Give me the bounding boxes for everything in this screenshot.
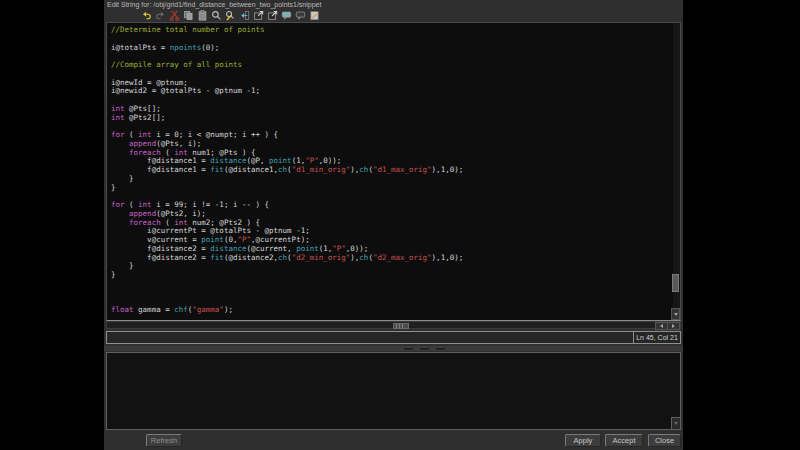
code-line: //Determine total number of points (111, 26, 463, 35)
code-line (111, 280, 463, 289)
external-editor-icon[interactable] (308, 9, 320, 21)
code-line: int @Pts2[]; (111, 114, 463, 123)
code-line: i@newid2 = @totalPts - @ptnum -1; (111, 87, 463, 96)
accept-button[interactable]: Accept (605, 434, 643, 447)
code-line (111, 96, 463, 105)
comment-icon[interactable] (280, 9, 292, 21)
secondary-scroll-down-button[interactable] (671, 417, 680, 429)
code-line: } (111, 262, 463, 271)
apply-button[interactable]: Apply (565, 434, 601, 447)
vertical-scrollbar-thumb[interactable] (672, 274, 679, 292)
close-button[interactable]: Close (648, 434, 681, 447)
code-line: f@distance2 = fit(@distance2,ch("d2_min_… (111, 254, 463, 263)
copy-icon[interactable] (182, 9, 194, 21)
splitter-grip (420, 348, 429, 350)
cursor-position: Ln 45, Col 21 (633, 332, 680, 343)
splitter-grip (404, 348, 413, 350)
code-line: i@totalPts = npoints(0); (111, 44, 463, 53)
triangle-right-icon (672, 324, 675, 328)
screen: Edit String for: /obj/grid1/find_distanc… (0, 0, 800, 450)
uncomment-icon[interactable] (294, 9, 306, 21)
redo-icon[interactable] (154, 9, 166, 21)
triangle-down-icon (674, 422, 678, 425)
title-bar: Edit String for: /obj/grid1/find_distanc… (104, 0, 683, 9)
code-line (111, 289, 463, 298)
triangle-down-icon (674, 313, 678, 316)
paste-icon[interactable] (196, 9, 208, 21)
code-line: } (111, 175, 463, 184)
code-content: //Determine total number of points i@tot… (111, 26, 463, 315)
shrink-window-icon[interactable] (266, 9, 278, 21)
cut-icon[interactable] (168, 9, 180, 21)
code-line: float gamma = chf("gamma"); (111, 306, 463, 315)
scroll-right-button[interactable] (667, 322, 680, 330)
code-line: //Compile array of all points (111, 61, 463, 70)
secondary-text-area[interactable] (106, 352, 681, 430)
vertical-scrollbar[interactable] (673, 23, 680, 320)
refresh-button[interactable]: Refresh (146, 434, 182, 447)
horizontal-scrollbar[interactable] (106, 321, 681, 329)
toolbar-icons (140, 9, 320, 22)
splitter-grip (436, 348, 445, 350)
find-replace-icon[interactable] (224, 9, 236, 21)
code-editor[interactable]: //Determine total number of points i@tot… (106, 22, 681, 321)
undo-icon[interactable] (140, 9, 152, 21)
horizontal-scrollbar-thumb[interactable] (393, 323, 409, 329)
find-icon[interactable] (210, 9, 222, 21)
status-bar: Ln 45, Col 21 (106, 331, 681, 344)
expand-window-icon[interactable] (252, 9, 264, 21)
footer-bar: Refresh Apply Accept Close (104, 430, 683, 450)
code-line: } (111, 184, 463, 193)
triangle-left-icon (660, 324, 663, 328)
window-title: Edit String for: /obj/grid1/find_distanc… (107, 1, 321, 8)
goto-line-icon[interactable] (238, 9, 250, 21)
code-line: f@distance1 = fit(@distance1,ch("d1_min_… (111, 166, 463, 175)
pane-splitter[interactable] (104, 346, 683, 351)
code-line: } (111, 271, 463, 280)
edit-string-dialog: Edit String for: /obj/grid1/find_distanc… (104, 0, 683, 450)
scroll-down-button[interactable] (671, 308, 680, 320)
